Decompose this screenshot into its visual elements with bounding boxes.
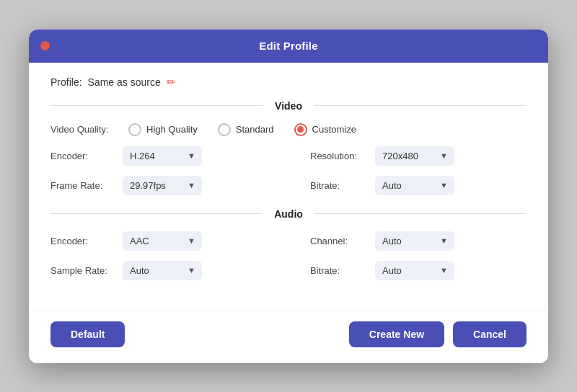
footer-right: Create New Cancel xyxy=(349,321,527,347)
cancel-button[interactable]: Cancel xyxy=(453,321,527,347)
video-encoder-select-wrap: H.264 H.265 MPEG-4 ProRes ▼ xyxy=(123,146,202,166)
audio-bitrate-label: Bitrate: xyxy=(310,265,375,276)
resolution-select[interactable]: 720x480 1280x720 1920x1080 3840x2160 xyxy=(375,146,454,166)
video-bitrate-select-wrap: Auto 1000k 2000k 4000k 8000k ▼ xyxy=(375,176,454,195)
radio-customize[interactable]: Customize xyxy=(294,123,356,136)
frame-rate-select[interactable]: 29.97fps 23.97fps 25fps 30fps 60fps xyxy=(123,176,202,195)
encoder-resolution-row: Encoder: H.264 H.265 MPEG-4 ProRes ▼ Res… xyxy=(50,146,527,166)
samplerate-audiobitrate-row: Sample Rate: Auto 44100 Hz 48000 Hz 9600… xyxy=(50,261,527,280)
audio-bitrate-select-wrap: Auto 128k 192k 256k 320k ▼ xyxy=(375,261,454,280)
audio-encoder-col: Encoder: AAC MP3 AC3 FLAC ▼ xyxy=(50,231,288,251)
audio-divider: Audio xyxy=(50,208,527,220)
video-encoder-label: Encoder: xyxy=(50,151,123,161)
radio-high-label: High Quality xyxy=(146,124,198,135)
create-new-button[interactable]: Create New xyxy=(349,321,444,347)
edit-icon[interactable]: ✏ xyxy=(167,76,176,89)
framerate-bitrate-row: Frame Rate: 29.97fps 23.97fps 25fps 30fp… xyxy=(50,176,527,195)
audio-encoder-label: Encoder: xyxy=(50,236,123,246)
audio-encoder-channel-row: Encoder: AAC MP3 AC3 FLAC ▼ Channel: xyxy=(50,231,527,251)
framerate-col: Frame Rate: 29.97fps 23.97fps 25fps 30fp… xyxy=(50,176,288,195)
audio-bitrate-select[interactable]: Auto 128k 192k 256k 320k xyxy=(375,261,454,280)
resolution-select-wrap: 720x480 1280x720 1920x1080 3840x2160 ▼ xyxy=(375,146,454,166)
audio-bitrate-col: Bitrate: Auto 128k 192k 256k 320k ▼ xyxy=(288,261,527,280)
radio-circle-high xyxy=(128,123,141,136)
window-title: Edit Profile xyxy=(259,40,318,52)
radio-circle-customize xyxy=(294,123,307,136)
resolution-label: Resolution: xyxy=(310,151,375,161)
channel-select[interactable]: Auto Mono Stereo 5.1 xyxy=(375,231,454,251)
resolution-col: Resolution: 720x480 1280x720 1920x1080 3… xyxy=(288,146,527,166)
radio-standard[interactable]: Standard xyxy=(218,123,274,136)
audio-encoder-select[interactable]: AAC MP3 AC3 FLAC xyxy=(123,231,202,251)
close-button[interactable] xyxy=(40,41,50,50)
channel-select-wrap: Auto Mono Stereo 5.1 ▼ xyxy=(375,231,454,251)
audio-section: Encoder: AAC MP3 AC3 FLAC ▼ Channel: xyxy=(50,231,527,280)
titlebar: Edit Profile xyxy=(29,30,548,63)
radio-customize-label: Customize xyxy=(312,124,356,135)
encoder-col: Encoder: H.264 H.265 MPEG-4 ProRes ▼ xyxy=(50,146,288,166)
profile-value: Same as source xyxy=(88,76,161,88)
sample-rate-select-wrap: Auto 44100 Hz 48000 Hz 96000 Hz ▼ xyxy=(123,261,202,280)
video-quality-radio-group: High Quality Standard Customize xyxy=(128,123,356,136)
video-quality-row: Video Quality: High Quality Standard Cus… xyxy=(50,123,527,136)
footer: Default Create New Cancel xyxy=(29,311,548,363)
channel-label: Channel: xyxy=(310,236,375,246)
video-bitrate-label: Bitrate: xyxy=(310,180,375,191)
radio-standard-label: Standard xyxy=(236,124,274,135)
video-section: Video Quality: High Quality Standard Cus… xyxy=(50,123,527,195)
profile-label: Profile: xyxy=(50,76,82,88)
edit-profile-window: Edit Profile Profile: Same as source ✏ V… xyxy=(29,30,548,363)
profile-row: Profile: Same as source ✏ xyxy=(50,76,527,89)
sample-rate-select[interactable]: Auto 44100 Hz 48000 Hz 96000 Hz xyxy=(123,261,202,280)
video-bitrate-select[interactable]: Auto 1000k 2000k 4000k 8000k xyxy=(375,176,454,195)
frame-rate-select-wrap: 29.97fps 23.97fps 25fps 30fps 60fps ▼ xyxy=(123,176,202,195)
video-section-title: Video xyxy=(263,100,314,112)
channel-col: Channel: Auto Mono Stereo 5.1 ▼ xyxy=(288,231,527,251)
radio-high-quality[interactable]: High Quality xyxy=(128,123,198,136)
radio-circle-standard xyxy=(218,123,231,136)
video-divider: Video xyxy=(50,100,527,112)
frame-rate-label: Frame Rate: xyxy=(50,180,123,191)
default-button[interactable]: Default xyxy=(50,321,125,347)
sample-rate-label: Sample Rate: xyxy=(50,265,123,276)
video-encoder-select[interactable]: H.264 H.265 MPEG-4 ProRes xyxy=(123,146,202,166)
video-bitrate-col: Bitrate: Auto 1000k 2000k 4000k 8000k ▼ xyxy=(288,176,527,195)
sample-rate-col: Sample Rate: Auto 44100 Hz 48000 Hz 9600… xyxy=(50,261,288,280)
audio-section-title: Audio xyxy=(263,208,314,220)
video-quality-label: Video Quality: xyxy=(50,124,123,135)
audio-encoder-select-wrap: AAC MP3 AC3 FLAC ▼ xyxy=(123,231,202,251)
content-area: Profile: Same as source ✏ Video Video Qu… xyxy=(29,63,548,311)
